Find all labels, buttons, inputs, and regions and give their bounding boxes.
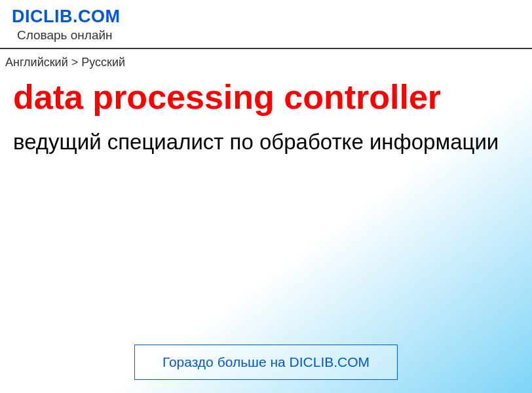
header: DICLIB.COM Словарь онлайн [0,0,532,49]
breadcrumb[interactable]: Английский > Русский [0,49,532,76]
dictionary-term: data processing controller [0,76,532,119]
site-subtitle: Словарь онлайн [12,28,527,43]
dictionary-translation: ведущий специалист по обработке информац… [0,119,532,166]
more-link[interactable]: Гораздо больше на DICLIB.COM [134,345,398,380]
site-name[interactable]: DICLIB.COM [12,7,527,27]
footer: Гораздо больше на DICLIB.COM [134,345,398,380]
